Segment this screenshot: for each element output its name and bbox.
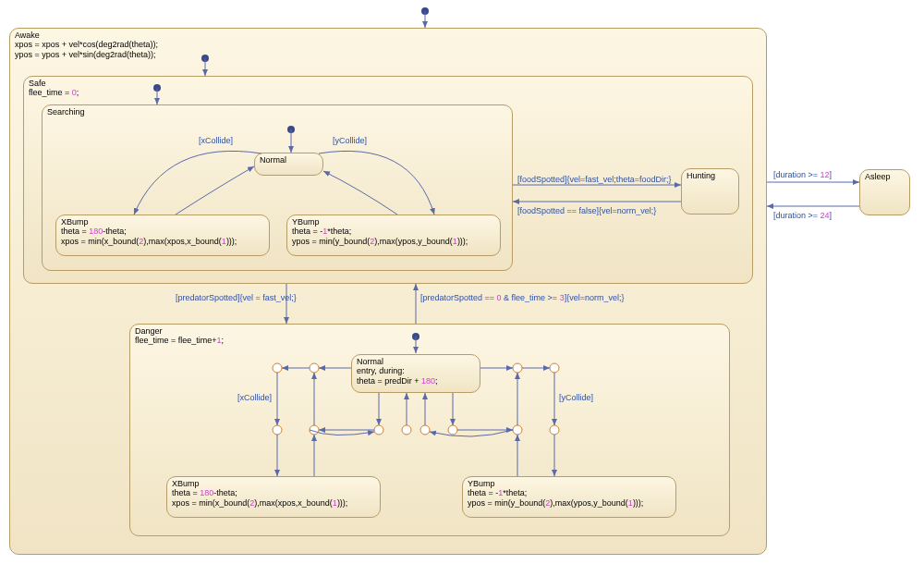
state-searching-xbump[interactable]: XBump theta = 180-theta; xpos = min(x_bo… (55, 215, 270, 256)
state-title: Safe (29, 79, 748, 88)
state-title: Asleep (865, 172, 905, 181)
state-danger-xbump[interactable]: XBump theta = 180-theta; xpos = min(x_bo… (166, 476, 381, 518)
state-danger-ybump[interactable]: YBump theta = -1*theta; ypos = min(y_bou… (462, 476, 676, 518)
state-title: Awake (15, 31, 761, 40)
svg-text:[duration >= 24]: [duration >= 24] (773, 211, 832, 220)
state-title: Searching (47, 107, 507, 116)
state-code: xpos = xpos + vel*cos(deg2rad(theta)); (15, 40, 761, 50)
state-code: flee_time = 0; (29, 88, 748, 98)
state-danger-normal[interactable]: Normal entry, during: theta = predDir + … (351, 354, 480, 393)
state-code: ypos = ypos + vel*sin(deg2rad(theta)); (15, 50, 761, 60)
state-code: theta = 180-theta; (61, 227, 264, 237)
state-code: theta = -1*theta; (292, 227, 495, 237)
state-code: flee_time = flee_time+1; (135, 336, 724, 346)
state-code: theta = 180-theta; (172, 488, 375, 498)
svg-text:[duration >= 12]: [duration >= 12] (773, 170, 832, 179)
state-title: Normal (357, 357, 475, 366)
state-title: Danger (135, 326, 724, 336)
svg-point-0 (421, 7, 429, 15)
state-code: xpos = min(x_bound(2),max(xpos,x_bound(1… (172, 498, 375, 509)
state-asleep[interactable]: Asleep (859, 169, 910, 215)
state-searching-ybump[interactable]: YBump theta = -1*theta; ypos = min(y_bou… (286, 215, 501, 256)
state-code: theta = -1*theta; (468, 488, 671, 498)
state-title: XBump (61, 217, 264, 227)
state-code: entry, during: (357, 366, 475, 376)
state-title: XBump (172, 479, 375, 488)
state-code: theta = predDir + 180; (357, 376, 475, 386)
state-hunting[interactable]: Hunting (681, 168, 739, 215)
state-code: ypos = min(y_bound(2),max(ypos,y_bound(1… (468, 498, 671, 509)
state-code: ypos = min(y_bound(2),max(ypos,y_bound(1… (292, 237, 495, 247)
state-searching-normal[interactable]: Normal (254, 153, 323, 176)
state-title: Normal (260, 155, 318, 165)
state-title: YBump (292, 217, 495, 227)
state-code: xpos = min(x_bound(2),max(xpos,x_bound(1… (61, 237, 264, 247)
state-title: YBump (468, 479, 671, 488)
state-title: Hunting (687, 171, 734, 180)
